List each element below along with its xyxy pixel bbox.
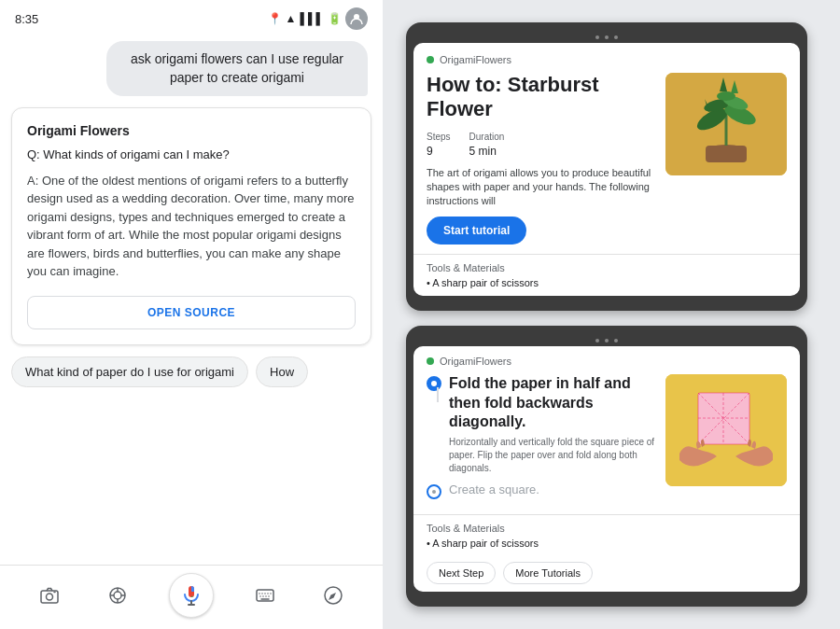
dot-6 — [614, 339, 618, 342]
duration-label: Duration — [469, 132, 505, 142]
hands-svg — [665, 374, 787, 486]
step-circle-next — [427, 484, 441, 499]
top-display-meta: Steps 9 Duration 5 min — [427, 132, 656, 159]
steps-meta: Steps 9 — [427, 132, 451, 159]
card-question: Q: What kinds of origami can I make? — [27, 146, 356, 164]
step-list: Fold the paper in half and then fold bac… — [427, 374, 787, 507]
next-step-item: Create a square. — [427, 482, 656, 499]
camera-icon[interactable] — [33, 579, 66, 612]
time: 8:35 — [15, 12, 38, 26]
card-qa: Q: What kinds of origami can I make? A: … — [27, 146, 356, 281]
chat-area: ask origami flowers can I use regular pa… — [0, 34, 383, 107]
lens-icon[interactable] — [101, 579, 134, 612]
dot-5 — [605, 339, 609, 342]
current-step-text: Fold the paper in half and then fold bac… — [449, 374, 656, 475]
current-step-item: Fold the paper in half and then fold bac… — [427, 374, 656, 475]
steps-label: Steps — [427, 132, 451, 142]
step-column: Fold the paper in half and then fold bac… — [427, 374, 656, 507]
top-display-desc: The art of origami allows you to produce… — [427, 166, 656, 209]
chat-bubble: ask origami flowers can I use regular pa… — [106, 41, 368, 96]
location-icon: 📍 — [268, 12, 282, 25]
wifi-icon: ▲ — [286, 12, 297, 25]
battery-icon: 🔋 — [328, 12, 342, 25]
top-app-name: OrigamiFlowers — [427, 54, 787, 65]
top-tools-section: Tools & Materials A sharp pair of scisso… — [413, 254, 800, 296]
step-connector — [437, 387, 439, 402]
next-step-title: Create a square. — [449, 482, 539, 496]
dot-1 — [595, 35, 599, 39]
result-card: Origami Flowers Q: What kinds of origami… — [11, 107, 371, 345]
top-tools-item: A sharp pair of scissors — [427, 277, 787, 288]
suggestions: What kind of paper do I use for origami … — [0, 345, 383, 395]
keyboard-icon[interactable] — [248, 579, 282, 612]
bottom-display-content: OrigamiFlowers Fold the pap — [413, 346, 800, 514]
top-display-title: How to: Starburst Flower — [427, 73, 656, 122]
suggestion-chip-1[interactable]: What kind of paper do I use for origami — [11, 356, 248, 387]
bottom-display-screen: OrigamiFlowers Fold the pap — [413, 346, 800, 592]
svg-point-2 — [46, 594, 52, 600]
display-dots-bottom — [413, 333, 800, 346]
display-dots-top — [413, 30, 800, 43]
svg-rect-25 — [706, 146, 747, 162]
card-answer: A: One of the oldest mentions of origami… — [27, 172, 356, 281]
top-smart-display: OrigamiFlowers How to: Starburst Flower … — [406, 22, 807, 311]
next-step-button[interactable]: Next Step — [427, 562, 496, 584]
more-tutorials-button[interactable]: More Tutorials — [503, 562, 593, 584]
top-tools-title: Tools & Materials — [427, 262, 787, 273]
bottom-tools-section: Tools & Materials A sharp pair of scisso… — [413, 514, 800, 556]
dot-4 — [595, 339, 599, 342]
card-title: Origami Flowers — [27, 123, 356, 138]
status-bar: 8:35 📍 ▲ ▌▌▌ 🔋 — [0, 0, 383, 34]
duration-value: 5 min — [469, 145, 497, 158]
dot-3 — [614, 35, 618, 39]
app-dot — [427, 56, 434, 63]
bottom-tools-item: A sharp pair of scissors — [427, 538, 787, 549]
bottom-tools-title: Tools & Materials — [427, 523, 787, 534]
start-tutorial-button[interactable]: Start tutorial — [427, 217, 526, 245]
phone-panel: 8:35 📍 ▲ ▌▌▌ 🔋 ask origami flowers can I… — [0, 0, 383, 629]
duration-meta: Duration 5 min — [469, 132, 505, 159]
top-display-main: How to: Starburst Flower Steps 9 Duratio… — [427, 73, 787, 245]
display-panel: OrigamiFlowers How to: Starburst Flower … — [383, 0, 840, 629]
current-step-title: Fold the paper in half and then fold bac… — [449, 374, 656, 432]
status-icons: 📍 ▲ ▌▌▌ 🔋 — [268, 7, 368, 30]
bottom-display-image — [665, 374, 787, 486]
bottom-bar — [0, 565, 383, 629]
top-display-screen: OrigamiFlowers How to: Starburst Flower … — [413, 43, 800, 296]
step-circle-current — [427, 376, 441, 391]
suggestion-chip-2[interactable]: How — [256, 356, 308, 387]
top-display-content: OrigamiFlowers How to: Starburst Flower … — [413, 43, 800, 254]
open-source-button[interactable]: OPEN SOURCE — [27, 296, 356, 329]
mic-button[interactable] — [169, 573, 214, 618]
plant-svg — [665, 73, 787, 175]
signal-icon: ▌▌▌ — [300, 12, 324, 25]
action-buttons: Next Step More Tutorials — [413, 556, 800, 592]
compass-icon[interactable] — [316, 579, 350, 612]
top-display-image — [665, 73, 787, 175]
steps-value: 9 — [427, 145, 433, 158]
svg-point-4 — [114, 592, 121, 599]
bottom-app-name: OrigamiFlowers — [427, 356, 787, 367]
bottom-app-dot — [427, 357, 434, 365]
top-text-area: How to: Starburst Flower Steps 9 Duratio… — [427, 73, 656, 245]
current-step-desc: Horizontally and vertically fold the squ… — [449, 436, 656, 475]
dot-2 — [605, 35, 609, 39]
bottom-smart-display: OrigamiFlowers Fold the pap — [406, 326, 807, 607]
avatar — [345, 7, 368, 30]
